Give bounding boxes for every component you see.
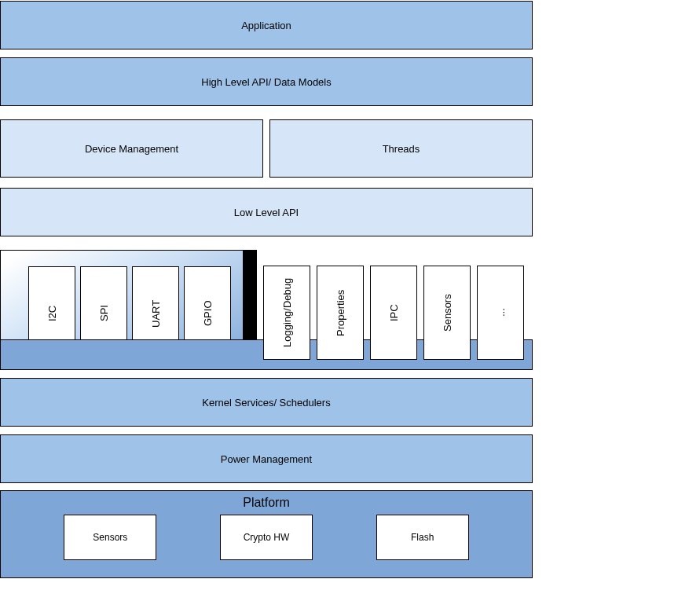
platform-sensors: Sensors [64,515,156,560]
service-sensors: Sensors [423,266,471,360]
layer-threads: Threads [269,119,533,178]
service-properties-label: Properties [335,289,346,335]
service-ipc: IPC [370,266,417,360]
layer-platform-label: Platform [1,496,532,510]
service-sensors-label: Sensors [442,294,453,332]
driver-uart-label: UART [150,299,162,327]
layer-platform: Platform Sensors Crypto HW Flash [0,490,533,578]
service-more: ... [477,266,524,360]
service-logging-label: Logging/Debug [281,278,293,347]
layer-low-level-api-label: Low Level API [234,207,299,218]
platform-crypto-label: Crypto HW [244,532,290,543]
layer-device-management-label: Device Management [85,143,178,155]
layer-low-level-api: Low Level API [0,188,533,236]
driver-spi-label: SPI [98,306,110,322]
layer-power: Power Management [0,434,533,483]
divider-dark [243,250,257,339]
layer-application-label: Application [241,20,291,31]
layer-high-level-api-label: High Level API/ Data Models [201,76,331,88]
service-logging: Logging/Debug [263,266,310,360]
driver-gpio-label: GPIO [202,301,214,327]
platform-sensors-label: Sensors [93,532,127,543]
service-more-label: ... [495,309,507,317]
driver-i2c-label: I2C [46,306,58,321]
layer-application: Application [0,1,533,49]
layer-kernel-label: Kernel Services/ Schedulers [202,397,330,409]
platform-crypto: Crypto HW [220,515,313,560]
service-ipc-label: IPC [388,304,400,321]
platform-flash-label: Flash [411,532,434,543]
services-group: Logging/Debug Properties IPC Sensors ... [263,266,524,360]
layer-kernel: Kernel Services/ Schedulers [0,378,533,427]
layer-high-level-api: High Level API/ Data Models [0,57,533,106]
platform-flash: Flash [376,515,469,560]
layer-power-label: Power Management [221,453,312,465]
service-properties: Properties [317,266,364,360]
layer-device-management: Device Management [0,119,263,178]
layer-threads-label: Threads [383,143,420,155]
architecture-diagram: Application High Level API/ Data Models … [0,0,700,590]
